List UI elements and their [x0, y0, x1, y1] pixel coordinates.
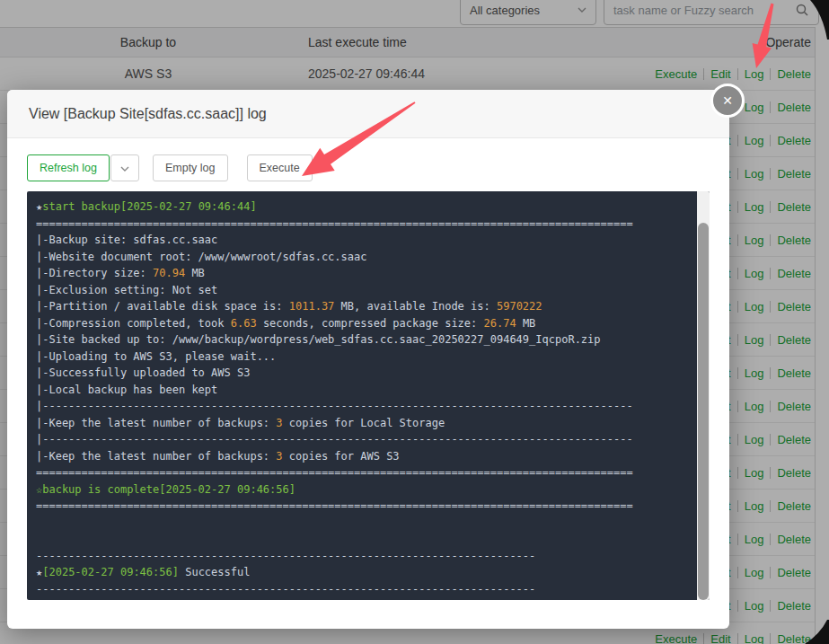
log-line: ========================================… [36, 498, 688, 515]
modal-title: View [Backup Site[sdfas.cc.saac]] log [29, 106, 267, 122]
log-line: |-Backup site: sdfas.cc.saac [36, 232, 688, 249]
log-line: |-Uploading to AWS S3, please wait... [36, 348, 688, 366]
terminal-scrollbar-thumb[interactable] [698, 223, 709, 600]
log-line: |-Local backup has been kept [36, 382, 688, 399]
log-line: ========================================… [36, 464, 688, 481]
log-line: ========================================… [36, 216, 688, 233]
view-log-modal: View [Backup Site[sdfas.cc.saac]] log ✕ … [7, 90, 729, 629]
refresh-log-button[interactable]: Refresh log [27, 154, 110, 181]
log-line: ----------------------------------------… [36, 581, 688, 598]
close-icon: ✕ [722, 94, 733, 107]
terminal-scrollbar-track[interactable] [697, 191, 710, 600]
log-line: |---------------------------------------… [36, 398, 688, 415]
log-line [36, 515, 688, 532]
log-line: |-Successfully uploaded to AWS S3 [36, 365, 688, 382]
log-line: |-Website document root: /www/wwwroot/sd… [36, 249, 688, 266]
log-line: |-Directory size: 70.94 MB [36, 265, 688, 282]
log-terminal: ★start backup[2025-02-27 09:46:44]======… [27, 191, 710, 600]
modal-body: Refresh log Empty log Execute ★start bac… [7, 138, 729, 600]
log-line: |-Keep the latest number of backups: 3 c… [36, 448, 688, 465]
log-line: |-Site backed up to: /www/backup/wordpre… [36, 331, 688, 348]
log-line: ----------------------------------------… [36, 548, 688, 565]
log-line: ★start backup[2025-02-27 09:46:44] [36, 198, 688, 216]
log-line: |---------------------------------------… [36, 431, 688, 448]
log-line: |-Compression completed, took 6.63 secon… [36, 315, 688, 332]
execute-button[interactable]: Execute [247, 154, 313, 181]
log-line: ☆backup is complete[2025-02-27 09:46:56] [36, 481, 688, 498]
empty-log-button[interactable]: Empty log [153, 154, 228, 181]
modal-header: View [Backup Site[sdfas.cc.saac]] log [7, 90, 729, 138]
log-line: |-Partition / available disk space is: 1… [36, 298, 688, 315]
log-line: |-Exclusion setting: Not set [36, 282, 688, 299]
log-line: |-Keep the latest number of backups: 3 c… [36, 415, 688, 432]
refresh-dropdown-button[interactable] [110, 154, 139, 181]
log-line [36, 531, 688, 548]
log-toolbar: Refresh log Empty log Execute [27, 154, 710, 181]
terminal-log: ★start backup[2025-02-27 09:46:44]======… [27, 191, 710, 600]
chevron-down-icon [120, 162, 129, 174]
log-line: ★[2025-02-27 09:46:56] Successful [36, 564, 688, 581]
close-button[interactable]: ✕ [710, 84, 745, 118]
